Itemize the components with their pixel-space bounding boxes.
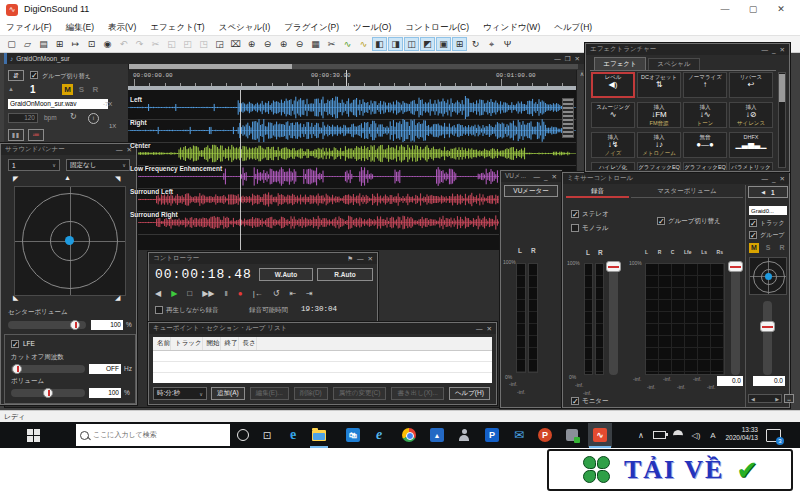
- photos-icon[interactable]: ▲: [428, 426, 446, 444]
- mixer-float-button[interactable]: _: [772, 174, 776, 184]
- strip-pan-field[interactable]: [749, 257, 787, 295]
- master-fader[interactable]: [731, 263, 740, 375]
- lfe-volume-slider[interactable]: [11, 389, 85, 397]
- column-header[interactable]: 名前: [153, 337, 171, 350]
- edit-button[interactable]: 編集(E)...: [250, 387, 289, 400]
- fx-titlebar[interactable]: エフェクトランチャー —_✕: [586, 44, 789, 55]
- mixer-close-button[interactable]: ✕: [780, 174, 785, 184]
- zoom-in-v-button[interactable]: ⊕: [276, 37, 291, 51]
- view-layout-6-button[interactable]: ⊞: [452, 37, 467, 51]
- rec-fader[interactable]: [609, 263, 618, 375]
- track-row[interactable]: Center: [128, 142, 576, 166]
- paint3d-icon[interactable]: P: [483, 426, 501, 444]
- strip-solo-button[interactable]: S: [763, 243, 773, 253]
- pan-position-dot[interactable]: [65, 236, 74, 245]
- collapse-icon[interactable]: ▲: [8, 86, 14, 92]
- minimize-button[interactable]: —: [714, 2, 736, 17]
- marker-button[interactable]: ⌖: [484, 37, 499, 51]
- mixer-group-checkbox[interactable]: ✓: [657, 217, 665, 225]
- r-auto-button[interactable]: R.Auto: [317, 268, 373, 281]
- cue-minimize-button[interactable]: —: [476, 324, 483, 334]
- menu-item[interactable]: エフェクト(T): [150, 22, 204, 34]
- pin-icon[interactable]: ⚑: [347, 254, 353, 264]
- zoom-out-v-button[interactable]: ⊖: [292, 37, 307, 51]
- powerpoint-icon[interactable]: P: [536, 426, 554, 444]
- skip-to-start-button[interactable]: ◀: [155, 289, 161, 298]
- w-auto-button[interactable]: W.Auto: [259, 268, 313, 281]
- zoom-in-h-button[interactable]: ⊕: [244, 37, 259, 51]
- column-header[interactable]: 開始: [203, 337, 221, 350]
- view-layout-5-button[interactable]: ▣: [436, 37, 451, 51]
- split-button[interactable]: ✂: [324, 37, 339, 51]
- broadcast-button[interactable]: Ψ: [500, 37, 515, 51]
- next-marker-button[interactable]: ⇥: [306, 289, 313, 298]
- chrome-icon[interactable]: [400, 426, 418, 444]
- menu-item[interactable]: ウィンドウ(W): [483, 22, 540, 34]
- fx-level[interactable]: レベル ◀): [591, 72, 635, 98]
- strip-group-checkbox[interactable]: ✓: [749, 231, 757, 239]
- stereo-checkbox[interactable]: ✓: [571, 210, 579, 218]
- column-header[interactable]: トラック: [171, 337, 203, 350]
- center-volume-slider[interactable]: [8, 321, 86, 329]
- maximize-button[interactable]: ▢: [742, 2, 764, 17]
- cue-close-button[interactable]: ✕: [487, 324, 492, 334]
- draw-envelope-button[interactable]: ∿: [356, 37, 371, 51]
- tab-master-volume[interactable]: マスターボリューム: [631, 186, 743, 198]
- close-button[interactable]: ✕: [770, 2, 792, 17]
- controller-titlebar[interactable]: コントローラー ⚑—✕: [149, 253, 377, 264]
- strip-hscrollbar[interactable]: ◀ ▶: [748, 394, 782, 403]
- cutoff-field[interactable]: OFF: [89, 364, 121, 374]
- delete-cue-button[interactable]: 削除(D): [294, 387, 328, 400]
- pan-field[interactable]: [14, 186, 126, 296]
- fx-scrollbar[interactable]: [778, 72, 786, 168]
- undo-button[interactable]: ↶: [116, 37, 131, 51]
- menu-item[interactable]: コントロール(C): [405, 22, 469, 34]
- prev-marker-button[interactable]: ⇤: [289, 289, 296, 298]
- clock[interactable]: 13:33 2020/04/13: [722, 426, 758, 442]
- internet-explorer-icon[interactable]: e: [370, 426, 388, 444]
- column-header[interactable]: 終了: [221, 337, 239, 350]
- fx-graphic-eq-2[interactable]: グラフィックEQ: [683, 162, 727, 170]
- monitor-checkbox[interactable]: ✓: [571, 397, 579, 405]
- loop-button[interactable]: ↺: [273, 289, 280, 298]
- digionsound-taskbar-icon[interactable]: ∿: [588, 423, 612, 447]
- help-button[interactable]: ヘルプ(H): [449, 387, 490, 400]
- controller-close-button[interactable]: ✕: [368, 254, 373, 264]
- lfe-checkbox[interactable]: ✓: [11, 340, 19, 348]
- scroll-right-icon[interactable]: ▶: [775, 396, 779, 402]
- info-icon[interactable]: i: [88, 113, 99, 124]
- panner-mode-select[interactable]: 固定なし∨: [66, 159, 130, 171]
- paste-button[interactable]: ◰: [180, 37, 195, 51]
- mail-icon[interactable]: ✉: [510, 426, 528, 444]
- fx-hires[interactable]: ハイレゾ化: [591, 162, 635, 170]
- track-zoom-thumb[interactable]: [562, 98, 574, 138]
- edge-icon[interactable]: e: [284, 426, 302, 444]
- tray-expand-icon[interactable]: ∧: [632, 426, 650, 444]
- column-header[interactable]: 長さ: [239, 337, 257, 350]
- track-file-field[interactable]: GraidOnMoon_sur.wav: [8, 99, 108, 109]
- battery-icon[interactable]: [650, 426, 668, 444]
- open-file-button[interactable]: ▱: [20, 37, 35, 51]
- fx-graphic-eq-1[interactable]: グラフィックEQ: [637, 162, 681, 170]
- download-overlay[interactable]: TẢI VỀ ✔: [547, 449, 793, 491]
- strip-track-name[interactable]: Graid0...: [749, 206, 787, 215]
- copy-button[interactable]: ◱: [164, 37, 179, 51]
- change-attr-button[interactable]: 属性の変更(C): [333, 387, 387, 400]
- rec-arm-button[interactable]: R: [90, 84, 101, 95]
- panner-minimize-button[interactable]: —: [116, 145, 123, 155]
- fx-normalize[interactable]: ノーマライズ ↑: [683, 72, 727, 98]
- track-row[interactable]: Right: [128, 119, 576, 143]
- fx-insert-noise[interactable]: 挿入 ↓↯ ノイズ: [591, 132, 635, 158]
- strip-pan-dot[interactable]: [765, 273, 772, 280]
- save-button[interactable]: ▤: [36, 37, 51, 51]
- center-volume-knob[interactable]: [70, 320, 80, 330]
- lfe-volume-knob[interactable]: [43, 388, 53, 398]
- lfe-volume-field[interactable]: 100: [89, 388, 121, 398]
- stop-button[interactable]: □: [187, 289, 192, 298]
- cue-table[interactable]: 名前トラック開始終了長さ: [153, 337, 492, 383]
- strip-gain-field[interactable]: 0.0: [753, 376, 785, 386]
- channel-list-button[interactable]: ≔: [28, 129, 44, 141]
- wifi-icon[interactable]: [669, 426, 687, 444]
- track-menu-button[interactable]: ⇵: [8, 70, 24, 81]
- task-view-icon[interactable]: ⊡: [258, 426, 276, 444]
